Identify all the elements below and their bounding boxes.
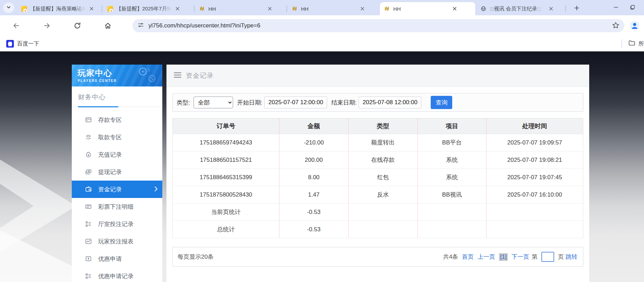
table-row: 1751886501157521 200.00 在线存款 系统 2025-07-… [173, 151, 583, 169]
forward-icon[interactable] [41, 20, 53, 32]
close-icon[interactable] [452, 6, 458, 12]
jump-link[interactable]: 跳转 [566, 253, 577, 261]
finance-center-section-label: 财务中心 [78, 93, 162, 102]
browser-tab-1[interactable]: 【新提醒】海燕策略论坛综 [17, 2, 102, 15]
sidebar-item-deposit-zone[interactable]: 存款专区 [72, 111, 162, 128]
divider [621, 40, 622, 48]
home-icon[interactable] [102, 20, 114, 32]
col-project: 项目 [418, 118, 486, 134]
tab-title: 【新提醒】2025年7月5日 [116, 6, 172, 12]
sidebar-item-lottery-bet-details[interactable]: 彩票下注明细 [72, 198, 162, 215]
gold-seal-icon [384, 6, 390, 12]
funds-records-table: 订单号 金额 类型 项目 处理时间 1751886597494243 -210.… [172, 118, 583, 238]
page-background: 玩家中心 PLAYERS CENTER 财务中心 存款专区 [0, 51, 644, 282]
tab-strip: 【新提醒】海燕策略论坛综 【新提醒】2025年7月5日 HH [0, 0, 644, 15]
back-icon[interactable] [10, 20, 22, 32]
url-text[interactable]: yl756.com/hhcp/usercenter.html?iniType=6 [148, 22, 612, 29]
chevron-right-icon [154, 186, 158, 193]
browser-tab-5-active[interactable]: HH [380, 2, 475, 15]
page-number-input[interactable] [541, 252, 554, 262]
list-icon [85, 220, 92, 228]
close-icon[interactable] [548, 6, 554, 12]
browser-window: 【新提醒】海燕策略论坛综 【新提醒】2025年7月5日 HH [0, 0, 644, 282]
forum-icon [21, 6, 27, 12]
bookmarks-bar: 百度一下 所 [0, 36, 644, 51]
tab-title: :::视讯 会员下注纪录::: [490, 6, 545, 12]
sidebar-item-player-bet-report[interactable]: 玩家投注报表 [72, 233, 162, 250]
total-count-label: 共4条 [443, 253, 458, 261]
money-bag-icon [85, 151, 92, 158]
list-icon [85, 272, 92, 280]
new-tab-button[interactable] [572, 3, 582, 13]
tab-title: HH [393, 6, 449, 12]
globe-icon [480, 6, 487, 12]
chart-icon [85, 238, 92, 245]
browser-toolbar: yl756.com/hhcp/usercenter.html?iniType=6 [0, 15, 644, 36]
type-label: 类型: [177, 99, 190, 107]
baidu-paw-icon [6, 40, 14, 48]
close-icon[interactable] [174, 6, 181, 12]
sidebar-menu: 存款专区 取款专区 充值记录 [72, 111, 162, 282]
reload-icon[interactable] [71, 20, 83, 32]
col-process-time: 处理时间 [486, 118, 583, 134]
maximize-button[interactable] [624, 0, 641, 15]
sidebar-item-withdrawal-records[interactable]: 提现记录 [72, 163, 162, 181]
bookmark-baidu[interactable]: 百度一下 [6, 40, 39, 48]
profile-avatar[interactable] [630, 21, 639, 31]
next-page-link[interactable]: 下一页 [512, 253, 529, 261]
table-summary-row-page: 当前页统计 -0.53 [173, 204, 583, 221]
per-page-label: 每页显示20条 [178, 253, 214, 261]
tab-title: HH [208, 6, 264, 12]
pagination-bar: 每页显示20条 共4条 首页 上一页 [1] 下一页 第 页 跳转 [172, 247, 583, 267]
sidebar-item-withdraw-zone[interactable]: 取款专区 [72, 128, 162, 146]
current-page-badge: [1] [499, 253, 508, 261]
hamburger-menu-icon[interactable] [174, 72, 181, 80]
minimize-button[interactable] [608, 0, 624, 15]
sidebar-item-hall-bet-records[interactable]: 厅室投注记录 [72, 215, 162, 233]
tab-title: 【新提醒】海燕策略论坛综 [30, 6, 86, 12]
section-divider [72, 107, 162, 107]
type-select[interactable]: 全部 [194, 97, 233, 108]
sidebar: 玩家中心 PLAYERS CENTER 财务中心 存款专区 [72, 65, 162, 282]
table-row: 1751875800528430 1.47 反水 BB视讯 2025-07-07… [173, 186, 583, 204]
browser-tab-6[interactable]: :::视讯 会员下注纪录::: [476, 2, 566, 15]
search-button[interactable]: 查询 [431, 96, 452, 109]
sidebar-item-promo-apply-records[interactable]: 优惠申请记录 [72, 267, 162, 282]
site-settings-icon[interactable] [137, 22, 144, 30]
bookmark-label: 百度一下 [17, 40, 39, 48]
page-prefix-label: 第 [532, 253, 538, 261]
gold-seal-icon [199, 6, 205, 12]
main-body: 类型: 全部 开始日期: 结束日期: 查询 [166, 87, 589, 267]
sidebar-header: 玩家中心 PLAYERS CENTER [72, 65, 162, 86]
deposit-card-icon [85, 116, 92, 124]
browser-tab-4[interactable]: HH [287, 2, 379, 15]
end-date-input[interactable] [359, 97, 421, 108]
table-row: 1751886597494243 -210.00 额度转出 BB平台 2025-… [173, 134, 583, 151]
close-icon[interactable] [88, 6, 95, 12]
hand-coins-icon [85, 133, 92, 141]
page-title: 资金记录 [186, 71, 214, 80]
coupon-icon [85, 255, 92, 263]
table-row: 1751886465315399 8.00 红包 系统 2025-07-07 1… [173, 169, 583, 186]
close-icon[interactable] [359, 6, 366, 12]
all-bookmarks[interactable]: 所 [621, 36, 644, 51]
browser-tab-2[interactable]: 【新提醒】2025年7月5日 [103, 2, 194, 15]
close-icon[interactable] [267, 6, 273, 12]
banknotes-icon [85, 168, 92, 176]
col-type: 类型 [348, 118, 418, 134]
url-bar[interactable]: yl756.com/hhcp/usercenter.html?iniType=6 [132, 19, 624, 32]
sidebar-item-funds-records[interactable]: 资金记录 [72, 181, 162, 198]
tab-title: HH [301, 6, 357, 12]
sidebar-item-promo-apply[interactable]: 优惠申请 [72, 250, 162, 267]
browser-tab-3[interactable]: HH [195, 2, 287, 15]
sidebar-item-recharge-records[interactable]: 充值记录 [72, 146, 162, 163]
forum-icon [107, 6, 113, 12]
tab-search-button[interactable] [3, 3, 14, 13]
gamepad-icon [138, 67, 157, 84]
first-page-link[interactable]: 首页 [462, 253, 474, 261]
start-date-input[interactable] [264, 97, 327, 108]
gold-seal-icon [292, 6, 298, 12]
bookmark-star-icon[interactable] [612, 22, 619, 30]
col-amount: 金额 [279, 118, 348, 134]
prev-page-link[interactable]: 上一页 [478, 253, 495, 261]
